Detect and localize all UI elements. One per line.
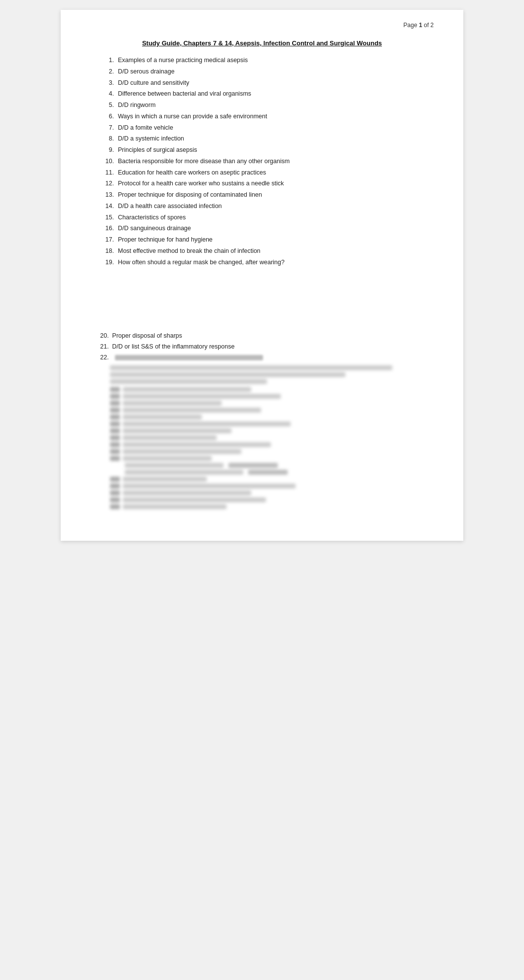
list-item: 10.Bacteria responsible for more disease… [100,157,424,166]
list-item-text: Education for health care workers on ase… [118,168,266,177]
list-item-num: 18. [100,246,118,256]
main-list-section: 1.Examples of a nurse practicing medical… [100,56,424,267]
list-item: 9.Principles of surgical asepsis [100,145,424,155]
list-item: 7.D/D a fomite vehicle [100,123,424,133]
list-item: 12.Protocol for a health care worker who… [100,179,424,188]
list-item-num: 16. [100,224,118,233]
list-item-num: 11. [100,168,118,177]
list-item: 16.D/D sanguineous drainage [100,224,424,233]
item-20-num: 20. [100,332,112,339]
list-item-num: 15. [100,213,118,222]
list-item-num: 9. [100,145,118,155]
list-item-text: D/D culture and sensitivity [118,78,189,88]
list-item-text: D/D ringworm [118,101,155,110]
page-number: Page 1 of 2 [404,22,434,29]
list-item-text: Proper technique for disposing of contam… [118,190,262,200]
list-item: 5.D/D ringworm [100,101,424,110]
list-item-text: D/D serous drainage [118,67,175,76]
list-item: 3.D/D culture and sensitivity [100,78,424,88]
list-item-text: Protocol for a health care worker who su… [118,179,284,188]
list-item-num: 14. [100,202,118,211]
list-item: 15.Characteristics of spores [100,213,424,222]
list-item-num: 17. [100,235,118,245]
page-number-suffix: of 2 [422,22,434,29]
page-container: Page 1 of 2 Study Guide, Chapters 7 & 14… [61,10,463,541]
item-22-row: 22. [100,352,424,361]
list-item: 8.D/D a systemic infection [100,134,424,143]
list-item-text: D/D sanguineous drainage [118,224,191,233]
list-item: 4.Difference between bacterial and viral… [100,89,424,99]
list-item: 19.How often should a regular mask be ch… [100,258,424,267]
list-item-num: 7. [100,123,118,133]
list-item-text: Ways in which a nurse can provide a safe… [118,112,267,121]
list-item-text: Difference between bacterial and viral o… [118,89,251,99]
list-item-text: Principles of surgical asepsis [118,145,197,155]
blurred-content [100,365,424,509]
item-21-num: 21. [100,343,112,350]
list-item-text: Most effective method to break the chain… [118,246,261,256]
list-item-num: 4. [100,89,118,99]
list-item: 18.Most effective method to break the ch… [100,246,424,256]
list-item-text: Characteristics of spores [118,213,186,222]
item-21-row: 21. D/D or list S&S of the inflammatory … [100,342,424,350]
list-item-text: Bacteria responsible for more disease th… [118,157,290,166]
spacer [100,272,424,331]
item-20-text: Proper disposal of sharps [112,332,182,339]
page-number-bold: 1 [419,22,422,29]
list-item: 17.Proper technique for hand hygiene [100,235,424,245]
list-item: 13.Proper technique for disposing of con… [100,190,424,200]
list-item: 14.D/D a health care associated infectio… [100,202,424,211]
list-item-text: Examples of a nurse practicing medical a… [118,56,248,65]
item-22-num: 22. [100,354,109,361]
list-item-num: 19. [100,258,118,267]
list-item-num: 6. [100,112,118,121]
list-item-num: 12. [100,179,118,188]
list-item-num: 8. [100,134,118,143]
list-item-num: 2. [100,67,118,76]
list-item-text: How often should a regular mask be chang… [118,258,285,267]
list-item-num: 1. [100,56,118,65]
list-item: 11.Education for health care workers on … [100,168,424,177]
list-item: 6.Ways in which a nurse can provide a sa… [100,112,424,121]
list-item: 1.Examples of a nurse practicing medical… [100,56,424,65]
item-20-row: 20. Proper disposal of sharps [100,331,424,340]
page-title: Study Guide, Chapters 7 & 14, Asepsis, I… [100,39,424,47]
list-item-text: D/D a systemic infection [118,134,184,143]
list-item: 2.D/D serous drainage [100,67,424,76]
list-item-text: Proper technique for hand hygiene [118,235,213,245]
page-number-label: Page [404,22,419,29]
list-item-num: 5. [100,101,118,110]
item-21-text: D/D or list S&S of the inflammatory resp… [112,343,234,350]
list-item-num: 10. [100,157,118,166]
list-item-num: 3. [100,78,118,88]
main-list: 1.Examples of a nurse practicing medical… [100,56,424,267]
list-item-text: D/D a health care associated infection [118,202,222,211]
list-item-text: D/D a fomite vehicle [118,123,173,133]
list-item-num: 13. [100,190,118,200]
